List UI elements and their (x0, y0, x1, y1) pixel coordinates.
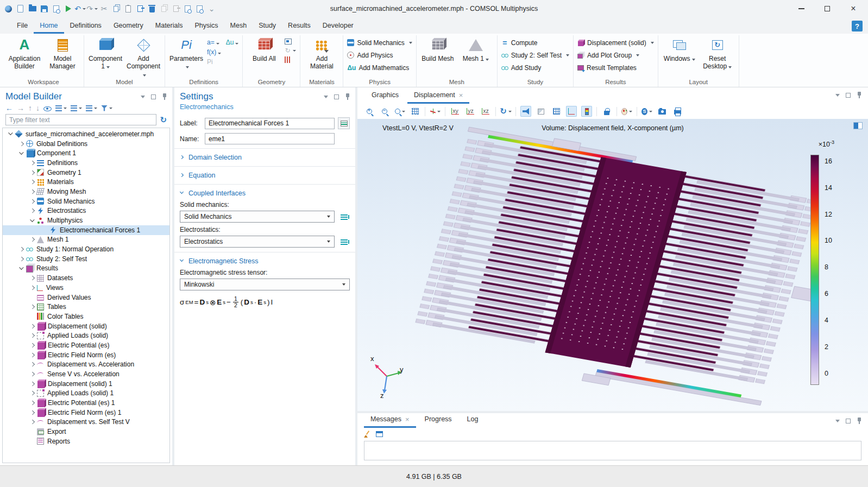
compute-button[interactable]: =Compute (501, 36, 569, 49)
axis-orientation-icon[interactable] (566, 106, 577, 117)
tree-item-sense-v-vs-acceleration[interactable]: Sense V vs. Acceleration (3, 369, 169, 379)
tree-item-tables[interactable]: Tables (3, 302, 169, 312)
open-messages-window-icon[interactable] (376, 431, 383, 437)
node-grouping-icon[interactable] (86, 105, 97, 111)
tab-displacement[interactable]: Displacement× (407, 88, 469, 104)
build-mesh-button[interactable]: Build Mesh (420, 36, 455, 62)
add-plot-group-button[interactable]: Add Plot Group (577, 49, 654, 61)
tree-item-root[interactable]: surface_micromachined_accelerometer.mph (3, 129, 169, 139)
expander-icon[interactable] (29, 418, 37, 426)
pin-panel-icon[interactable] (345, 93, 350, 100)
tree-item-color-tables[interactable]: Color Tables (3, 312, 169, 321)
expander-icon[interactable] (29, 408, 37, 416)
rotate-view-icon[interactable]: ↻ (500, 106, 511, 117)
tree-item-definitions[interactable]: Definitions (3, 158, 169, 168)
tab-graphics[interactable]: Graphics (365, 88, 405, 104)
filter-input[interactable] (5, 114, 156, 125)
float-panel-icon[interactable] (846, 93, 851, 98)
virtual-operations-icon[interactable] (285, 56, 291, 63)
tree-item-derived-values[interactable]: Derived Values (3, 293, 169, 302)
expander-icon[interactable] (18, 245, 26, 254)
new-file-icon[interactable] (15, 4, 26, 14)
menu-developer[interactable]: Developer (317, 20, 360, 34)
menu-mesh[interactable]: Mesh (224, 20, 253, 34)
save-as-icon[interactable] (51, 4, 61, 14)
save-icon[interactable] (39, 4, 49, 14)
lock-icon[interactable] (601, 106, 612, 117)
search-icon[interactable] (194, 4, 205, 14)
copy-icon[interactable] (111, 4, 121, 14)
result-templates-button[interactable]: Result Templates (577, 61, 654, 74)
expander-icon[interactable] (18, 255, 26, 263)
close-tab-icon[interactable]: × (459, 92, 463, 99)
zoom-in-icon[interactable]: + (364, 106, 375, 117)
preview-icon[interactable] (183, 4, 193, 14)
cut-icon[interactable]: ✂ (99, 4, 109, 14)
expander-icon[interactable] (29, 207, 37, 215)
tree-item-study-1[interactable]: Study 1: Normal Operation (3, 244, 169, 254)
tree-item-electric-field-norm-1[interactable]: Electric Field Norm (es) 1 (3, 408, 169, 418)
electrostatics-select[interactable]: Electrostatics (180, 236, 335, 248)
scene-light-icon[interactable] (520, 106, 531, 117)
section-domain-selection[interactable]: Domain Selection (174, 148, 355, 166)
import-geometry-icon[interactable] (285, 39, 292, 45)
tree-item-applied-loads-1[interactable]: Applied Loads (solid) 1 (3, 389, 169, 399)
tree-item-global-definitions[interactable]: Global Definitions (3, 139, 169, 149)
filter-icon[interactable] (101, 105, 112, 111)
expander-icon[interactable] (29, 370, 37, 378)
float-panel-icon[interactable] (151, 94, 156, 99)
default-3d-view-icon[interactable] (430, 106, 441, 117)
add-study-button[interactable]: Add Study (501, 61, 569, 74)
tree-item-materials[interactable]: Materials (3, 177, 169, 187)
expander-icon[interactable] (29, 332, 37, 340)
maximize-button[interactable] (823, 5, 831, 12)
tree-item-displacement-vs-self-test-v[interactable]: Displacement vs. Self Test V (3, 418, 169, 427)
undo-icon[interactable]: ↶ (75, 4, 85, 14)
view-yz-icon[interactable]: yz (465, 106, 476, 117)
component-1-button[interactable]: Component 1 (88, 36, 123, 71)
refresh-icon[interactable]: ↻ (160, 115, 167, 125)
expander-icon[interactable] (29, 274, 37, 282)
tree-item-electric-potential-1[interactable]: Electric Potential (es) 1 (3, 398, 169, 408)
menu-geometry[interactable]: Geometry (108, 20, 149, 34)
messages-content[interactable] (364, 441, 861, 460)
section-equation[interactable]: Equation (174, 166, 355, 184)
expander-icon[interactable] (18, 140, 26, 148)
tab-progress[interactable]: Progress (418, 413, 458, 428)
tree-item-displacement-vs-acceleration[interactable]: Displacement vs. Acceleration (3, 360, 169, 370)
stress-tensor-select[interactable]: Minkowski (180, 279, 350, 290)
section-header-coupled-interfaces[interactable]: Coupled Interfaces (180, 188, 350, 198)
tree-item-datasets[interactable]: Datasets (3, 273, 169, 283)
collapse-all-icon[interactable] (71, 105, 82, 111)
tree-item-results[interactable]: Results (3, 264, 169, 274)
expander-icon[interactable] (7, 130, 15, 138)
tree-item-geometry-1[interactable]: Geometry 1 (3, 168, 169, 178)
tree-item-multiphysics[interactable]: Multiphysics (3, 216, 169, 225)
tree-item-component-1[interactable]: Component 1 (3, 148, 169, 158)
variables-button[interactable]: a= (207, 39, 219, 46)
add-physics-button[interactable]: Add Physics (347, 49, 412, 61)
menu-results[interactable]: Results (282, 20, 317, 34)
expander-icon[interactable] (29, 197, 37, 205)
menu-materials[interactable]: Materials (149, 20, 189, 34)
tree-item-export[interactable]: Export (3, 427, 169, 437)
mesh-1-button[interactable]: Mesh 1 (458, 36, 493, 62)
menu-physics[interactable]: Physics (188, 20, 224, 34)
panel-menu-icon[interactable] (835, 420, 840, 422)
panel-menu-icon[interactable] (835, 94, 840, 97)
open-file-icon[interactable] (27, 4, 37, 14)
tree-item-reports[interactable]: Reports (3, 437, 169, 446)
expander-icon[interactable] (29, 236, 37, 244)
add-solid-mechanics-button[interactable] (338, 211, 350, 223)
pin-panel-icon[interactable] (857, 418, 861, 424)
run-icon[interactable] (63, 4, 73, 14)
tab-messages[interactable]: Messages× (364, 413, 416, 428)
tree-item-electric-potential[interactable]: Electric Potential (es) (3, 340, 169, 350)
solid-mechanics-select[interactable]: Solid Mechanics (180, 211, 335, 223)
menu-file[interactable]: File (11, 20, 34, 34)
tree-item-solid-mechanics[interactable]: Solid Mechanics (3, 197, 169, 206)
float-panel-icon[interactable] (846, 419, 851, 423)
expander-icon[interactable] (29, 351, 37, 359)
application-builder-button[interactable]: A Application Builder (7, 36, 42, 71)
tree-item-applied-loads[interactable]: Applied Loads (solid) (3, 331, 169, 340)
